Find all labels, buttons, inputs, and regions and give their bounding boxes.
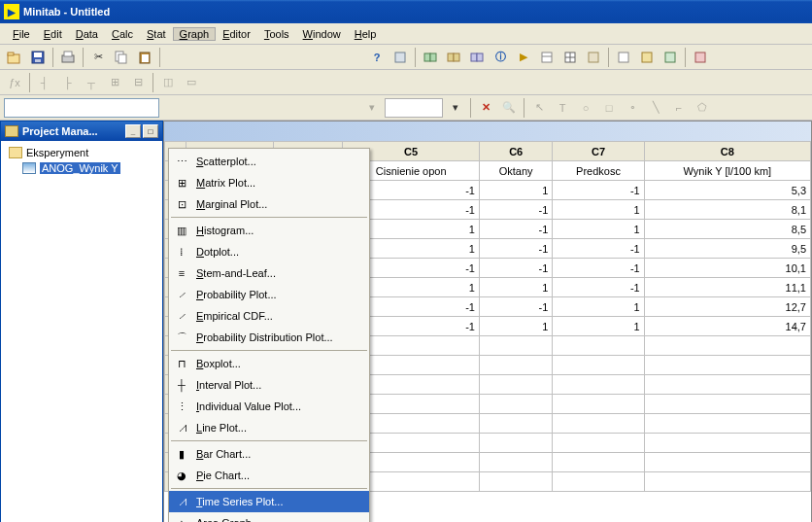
cell[interactable]: 11,1 <box>644 278 810 297</box>
column-header[interactable]: Oktany <box>479 161 552 181</box>
cell[interactable] <box>553 453 644 472</box>
tool-icon-9[interactable] <box>636 47 658 68</box>
column-id[interactable]: C6 <box>479 142 552 161</box>
menu-item-probability-distribution-plot-[interactable]: ⌒Probability Distribution Plot... <box>169 327 369 348</box>
cell[interactable] <box>644 434 810 453</box>
cell[interactable] <box>479 472 552 492</box>
minimize-button[interactable]: _ <box>125 124 141 138</box>
menu-item-interval-plot-[interactable]: ┼Interval Plot... <box>169 374 369 396</box>
cell[interactable] <box>479 375 552 395</box>
cell[interactable] <box>479 356 552 375</box>
cell[interactable]: 9,5 <box>644 239 810 259</box>
dropdown-arrow-icon[interactable]: ▾ <box>445 97 466 119</box>
project-manager-titlebar[interactable]: Project Mana... _ □ <box>1 122 162 141</box>
cell[interactable] <box>644 414 810 434</box>
cell[interactable]: 8,5 <box>644 220 810 239</box>
cell[interactable]: 12,7 <box>644 297 810 317</box>
tool-icon-1[interactable] <box>389 47 411 68</box>
tree-item-1[interactable]: ANOG_Wynik Y <box>5 160 158 176</box>
menu-item-stem-and-leaf-[interactable]: ≡Stem-and-Leaf... <box>169 262 369 284</box>
tool-icon-2[interactable] <box>420 47 441 68</box>
cell[interactable]: -1 <box>553 239 644 259</box>
cell[interactable]: 1 <box>553 220 644 239</box>
column-header[interactable]: Predkosc <box>553 161 644 181</box>
cell[interactable]: 8,1 <box>644 200 810 220</box>
cell[interactable] <box>553 395 644 414</box>
menu-item-empirical-cdf-[interactable]: ⟋Empirical CDF... <box>169 305 369 327</box>
cell[interactable]: -1 <box>479 200 552 220</box>
menu-item-histogram-[interactable]: ▥Histogram... <box>169 220 369 241</box>
cell[interactable]: 1 <box>553 317 644 336</box>
menu-tools[interactable]: Tools <box>257 28 296 40</box>
clear-icon[interactable]: ✕ <box>475 97 496 119</box>
menu-calc[interactable]: Calc <box>105 28 140 40</box>
tool-icon-4[interactable] <box>466 47 488 68</box>
cell[interactable] <box>479 453 552 472</box>
cell[interactable] <box>644 336 810 356</box>
menu-editor[interactable]: Editor <box>216 28 257 40</box>
tool-icon-11[interactable] <box>690 47 711 68</box>
worksheet-titlebar[interactable] <box>164 122 811 141</box>
cell[interactable]: -1 <box>479 239 552 259</box>
menu-stat[interactable]: Stat <box>140 28 173 40</box>
cell[interactable] <box>553 434 644 453</box>
save-icon[interactable] <box>27 47 49 68</box>
tool-icon-3[interactable] <box>443 47 464 68</box>
menu-data[interactable]: Data <box>69 28 105 40</box>
tool-icon-5[interactable] <box>536 47 558 68</box>
cell[interactable]: -1 <box>553 259 644 278</box>
menu-help[interactable]: Help <box>348 28 384 40</box>
menu-window[interactable]: Window <box>296 28 348 40</box>
copy-icon[interactable] <box>111 47 132 68</box>
cut-icon[interactable]: ✂ <box>87 47 109 68</box>
menu-item-individual-value-plot-[interactable]: ⋮Individual Value Plot... <box>169 396 369 417</box>
combo-box[interactable] <box>385 98 443 118</box>
menu-file[interactable]: File <box>6 28 37 40</box>
cell[interactable]: 1 <box>479 181 552 200</box>
cell[interactable]: -1 <box>553 181 644 200</box>
cell[interactable] <box>553 375 644 395</box>
cell[interactable]: -1 <box>553 278 644 297</box>
cell[interactable] <box>644 472 810 492</box>
cell[interactable] <box>479 395 552 414</box>
tool-icon-10[interactable] <box>660 47 681 68</box>
cell[interactable] <box>479 336 552 356</box>
cell[interactable]: 10,1 <box>644 259 810 278</box>
play-icon[interactable]: ▶ <box>513 47 534 68</box>
menu-item-scatterplot-[interactable]: ⋯Scatterplot... <box>169 151 369 172</box>
cell[interactable]: 14,7 <box>644 317 810 336</box>
cell[interactable] <box>553 336 644 356</box>
cell[interactable] <box>644 356 810 375</box>
cell[interactable]: 1 <box>553 297 644 317</box>
info-icon[interactable]: ⓘ <box>490 47 511 68</box>
menu-item-area-graph-[interactable]: ▲Area Graph... <box>169 512 369 522</box>
menu-item-boxplot-[interactable]: ⊓Boxplot... <box>169 353 369 374</box>
cell[interactable] <box>644 453 810 472</box>
tool-icon-7[interactable] <box>583 47 604 68</box>
cell[interactable] <box>553 472 644 492</box>
menu-item-pie-chart-[interactable]: ◕Pie Chart... <box>169 465 369 486</box>
cell[interactable]: 1 <box>479 317 552 336</box>
menu-graph[interactable]: Graph <box>173 27 217 41</box>
paste-icon[interactable] <box>134 47 155 68</box>
tool-icon-8[interactable] <box>613 47 634 68</box>
print-icon[interactable] <box>57 47 79 68</box>
maximize-button[interactable]: □ <box>143 124 158 138</box>
find-input[interactable] <box>4 98 159 118</box>
cell[interactable]: -1 <box>479 259 552 278</box>
cell[interactable] <box>644 375 810 395</box>
menu-item-time-series-plot-[interactable]: ⩘Time Series Plot... <box>169 491 369 512</box>
cell[interactable] <box>479 434 552 453</box>
cell[interactable]: 1 <box>479 278 552 297</box>
column-id[interactable]: C8 <box>644 142 810 161</box>
column-header[interactable]: Wynik Y [l/100 km] <box>644 161 810 181</box>
cell[interactable] <box>644 395 810 414</box>
open-icon[interactable] <box>4 47 25 68</box>
cell[interactable] <box>479 414 552 434</box>
menu-item-marginal-plot-[interactable]: ⊡Marginal Plot... <box>169 193 369 215</box>
menu-edit[interactable]: Edit <box>37 28 69 40</box>
menu-item-dotplot-[interactable]: ⁞Dotplot... <box>169 241 369 262</box>
menu-item-probability-plot-[interactable]: ⟋Probability Plot... <box>169 284 369 305</box>
column-id[interactable]: C7 <box>553 142 644 161</box>
cell[interactable] <box>553 414 644 434</box>
